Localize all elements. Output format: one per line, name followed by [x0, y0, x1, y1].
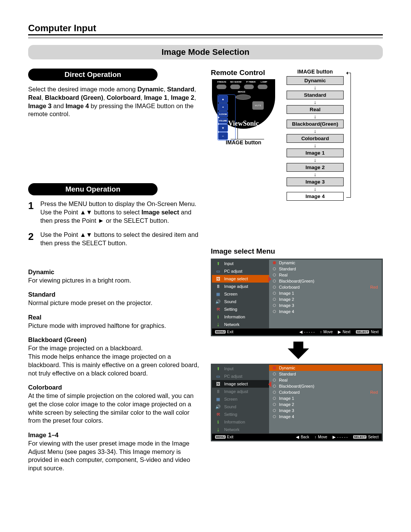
arrow-down-icon: ↓	[314, 114, 317, 120]
osd-side-item: 🎚Image adjust	[212, 283, 269, 290]
image-mode-flowchart: IMAGE button Dynamic ↓ Standard ↓ Real ↓…	[283, 69, 347, 201]
step-number: 1	[28, 200, 35, 225]
mode-desc: Picture mode with improved halftone for …	[28, 322, 166, 329]
network-icon: ⭳	[215, 322, 221, 327]
mode-name: Real	[28, 313, 203, 322]
osd-side-item: 🎚Image adjust	[212, 388, 269, 395]
noshow-label: NO SHOW	[230, 81, 241, 83]
osd-menu-2: ⬆Input ▭PC adjust 🖼Image select 🎚Image a…	[211, 364, 383, 441]
radio-empty-icon	[273, 379, 276, 382]
radio-empty-icon	[273, 286, 276, 289]
pc-adjust-icon: ▭	[215, 374, 221, 379]
flow-item: Image 2	[287, 163, 344, 172]
osd-option: Image 4	[269, 308, 382, 315]
osd-option: Image 2	[269, 401, 382, 407]
input-icon: ⬆	[215, 261, 221, 266]
ptimer-label: P-TIMER	[246, 81, 256, 83]
flow-item: Blackboard(Green)	[287, 120, 344, 128]
osd-footer: MENUExit ◀- - - - - ↕Move ▶Next SELECTNe…	[212, 328, 382, 335]
osd-side-item: ▦Screen	[212, 290, 269, 298]
radio-empty-icon	[273, 397, 276, 400]
flow-return-line	[346, 73, 351, 198]
radio-empty-icon	[273, 385, 276, 388]
plus-button: +	[218, 103, 228, 111]
osd-side-item: ⭳Network	[212, 321, 269, 328]
section-header: Computer Input	[28, 23, 383, 35]
osd-side-item: ℹInformation	[212, 418, 269, 426]
radio-empty-icon	[273, 292, 276, 295]
arrow-down-icon: ↓	[314, 85, 317, 91]
callout-line	[237, 118, 238, 139]
arrow-down-icon: ↓	[314, 186, 317, 192]
badge-red: Red	[370, 285, 378, 289]
info-icon: ℹ	[215, 314, 221, 320]
badge-red: Red	[370, 390, 378, 395]
pc-adjust-icon: ▭	[215, 268, 221, 274]
direct-operation-text: Select the desired image mode among Dyna…	[28, 85, 203, 118]
osd-option-selected: Dynamic	[269, 365, 382, 371]
divider	[28, 38, 383, 38]
mode-desc: For viewing pictures in a bright room.	[28, 277, 131, 284]
arrow-down-icon: ↓	[314, 157, 317, 163]
up-arrow-button: ▲	[218, 95, 228, 103]
flow-item: Image 1	[287, 149, 344, 157]
mode-name: Colorboard	[28, 383, 203, 392]
screen-icon: ▦	[215, 291, 221, 297]
osd-side-item-selected: 🖼Image select	[212, 275, 269, 283]
sound-icon: 🔊	[215, 299, 221, 304]
osd-option: Image 3	[269, 302, 382, 308]
setting-icon: 🛠	[215, 412, 221, 417]
radio-empty-icon	[273, 298, 276, 301]
image-select-icon: 🖼	[215, 381, 221, 387]
step-1: 1 Press the MENU button to display the O…	[28, 200, 203, 225]
radio-empty-icon	[273, 310, 276, 313]
info-icon: ℹ	[215, 419, 221, 425]
mode-desc: Normal picture mode preset on the projec…	[28, 299, 153, 306]
step-text: Press the MENU button to display the On-…	[40, 200, 203, 225]
osd-side-item: ⭳Network	[212, 426, 269, 433]
osd-option: Dynamic	[269, 260, 382, 266]
menu-operation-header: Menu Operation	[28, 183, 158, 195]
screen-icon: ▦	[215, 396, 221, 402]
arrow-down-icon: ↓	[314, 172, 317, 177]
flow-header: IMAGE button	[297, 69, 333, 75]
step-text: Use the Point ▲▼ buttons to select the d…	[40, 231, 203, 248]
freeze-label: FREEZE	[217, 81, 226, 83]
flow-item: Standard	[287, 91, 344, 99]
direct-operation-header: Direct Operation	[28, 69, 158, 81]
radio-empty-icon	[273, 415, 276, 418]
freeze-button	[217, 85, 226, 89]
osd-option: Standard	[269, 371, 382, 377]
arrow-down-icon: ↓	[314, 143, 317, 149]
radio-empty-icon	[273, 267, 276, 270]
banner-title: Image Mode Selection	[28, 45, 383, 59]
ptimer-button	[244, 85, 254, 89]
osd-title: Image select Menu	[211, 247, 383, 256]
image-adjust-icon: 🎚	[215, 389, 221, 394]
lamp-label: LAMP	[261, 81, 267, 83]
osd-side-item: ▭PC adjust	[212, 372, 269, 380]
osd-option: Image 3	[269, 407, 382, 414]
osd-side-item: ⬆Input	[212, 260, 269, 267]
osd-option: Blackboard(Green)	[269, 383, 382, 389]
osd-side-item: ⬆Input	[212, 365, 269, 372]
osd-side-item: ℹInformation	[212, 313, 269, 321]
osd-side-item: 🔊Sound	[212, 403, 269, 411]
radio-empty-icon	[273, 391, 276, 394]
radio-empty-icon	[273, 304, 276, 307]
flow-item: Real	[287, 105, 344, 114]
step-2: 2 Use the Point ▲▼ buttons to select the…	[28, 231, 203, 248]
remote-control-header: Remote Control	[211, 69, 265, 77]
osd-option: Standard	[269, 266, 382, 272]
osd-side-item: 🛠Setting	[212, 305, 269, 313]
transition-arrow-icon	[287, 342, 310, 358]
mode-desc: At the time of simple projection on the …	[28, 392, 194, 424]
image-button	[236, 94, 251, 100]
osd-side-item: ▦Screen	[212, 395, 269, 403]
osd-option: Blackboard(Green)	[269, 278, 382, 284]
mute-button: MUTE	[252, 101, 264, 110]
osd-side-item: 🛠Setting	[212, 411, 269, 418]
sound-icon: 🔊	[215, 404, 221, 409]
osd-menu-1: ⬆Input ▭PC adjust 🖼Image select 🎚Image a…	[211, 259, 383, 336]
noshow-button	[230, 85, 240, 89]
